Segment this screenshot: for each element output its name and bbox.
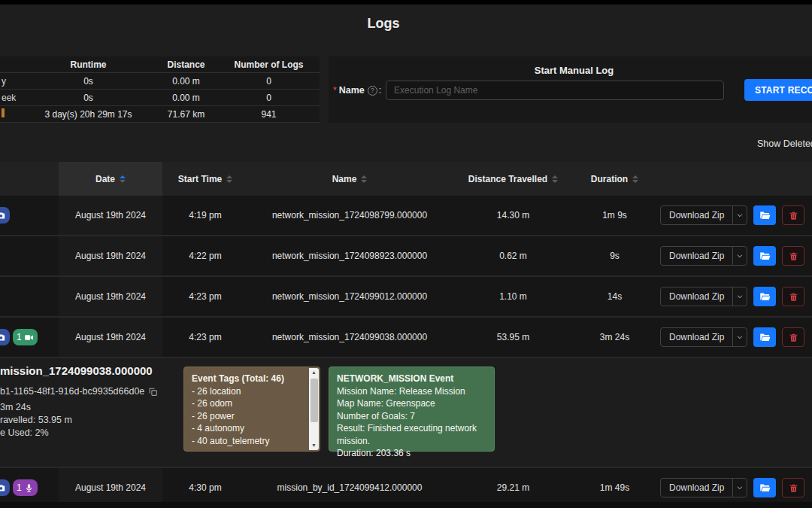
stats-row-total: 3 day(s) 20h 29m 17s 71.67 km 941 <box>0 106 320 123</box>
open-folder-button[interactable] <box>753 205 776 225</box>
open-folder-button[interactable] <box>753 287 776 306</box>
row-start-time: 4:19 pm <box>162 196 248 235</box>
stats-runtime: 0s <box>23 93 154 103</box>
header-start-time[interactable]: Start Time <box>162 162 248 196</box>
video-camera-icon <box>24 333 34 342</box>
download-options-chevron-icon[interactable] <box>732 328 747 346</box>
table-row[interactable]: August 19th 2024 4:19 pm network_mission… <box>0 196 812 236</box>
sort-icon-name[interactable] <box>361 175 367 183</box>
copy-icon[interactable] <box>148 387 158 397</box>
total-label-fragment <box>2 108 5 117</box>
network-mission-event-box: NETWORK_MISSION Event Mission Name: Rele… <box>329 367 495 452</box>
stats-header-row: Runtime Distance Number of Logs <box>0 56 320 73</box>
list-line: - 26 power <box>192 410 303 423</box>
row-distance: 0.62 m <box>451 236 575 275</box>
logs-page: Logs Runtime Distance Number of Logs y 0… <box>0 0 812 508</box>
header-name-label: Name <box>332 174 357 184</box>
download-zip-label[interactable]: Download Zip <box>661 479 732 497</box>
expanded-duration: 3m 24s <box>0 402 31 412</box>
bottom-strip <box>0 502 812 508</box>
trash-icon <box>789 211 798 221</box>
scrollbar-thumb[interactable] <box>311 379 318 422</box>
row-distance: 14.30 m <box>451 196 575 235</box>
scrollbar-up-icon[interactable]: ▲ <box>309 368 319 377</box>
stats-row-today: y 0s 0.00 m 0 <box>0 73 320 90</box>
top-strip <box>0 0 812 5</box>
download-zip-label[interactable]: Download Zip <box>661 328 732 346</box>
expanded-log-detail: mission_1724099038.000000 b1-1165-48f1-9… <box>0 358 812 468</box>
trash-icon <box>789 251 798 261</box>
download-zip-split-button[interactable]: Download Zip <box>660 246 747 266</box>
header-name[interactable]: Name <box>248 162 451 196</box>
row-date: August 19th 2024 <box>59 318 162 357</box>
delete-log-button[interactable] <box>782 205 804 225</box>
header-duration[interactable]: Duration <box>575 162 654 196</box>
list-line: Mission Name: Release Mission <box>337 385 486 398</box>
download-options-chevron-icon[interactable] <box>732 479 747 497</box>
download-zip-label[interactable]: Download Zip <box>661 287 732 306</box>
open-folder-button[interactable] <box>753 327 776 347</box>
mission-event-lines: Mission Name: Release MissionMap Name: G… <box>337 385 486 460</box>
download-options-chevron-icon[interactable] <box>732 287 747 306</box>
expanded-storage: e Used: 2% <box>0 427 49 438</box>
download-zip-label[interactable]: Download Zip <box>661 247 732 265</box>
header-distance[interactable]: Distance Travelled <box>451 162 575 196</box>
row-distance: 1.10 m <box>451 277 575 316</box>
row-actions: Download Zip <box>654 277 812 316</box>
delete-log-button[interactable] <box>782 246 804 266</box>
delete-log-button[interactable] <box>782 478 804 497</box>
download-options-chevron-icon[interactable] <box>732 247 747 265</box>
table-row[interactable]: August 19th 2024 4:22 pm network_mission… <box>0 236 812 277</box>
stats-label: eek <box>0 93 23 103</box>
folder-open-icon <box>759 210 771 221</box>
tagbox-scrollbar[interactable]: ▲ ▼ <box>309 368 319 450</box>
sort-icon-distance[interactable] <box>552 175 558 183</box>
camera-badge <box>0 479 10 496</box>
open-folder-button[interactable] <box>753 246 776 266</box>
header-icons <box>0 162 59 196</box>
download-zip-split-button[interactable]: Download Zip <box>660 478 747 497</box>
row-log-name: network_mission_1724098923.000000 <box>248 236 451 275</box>
folder-open-icon <box>759 251 771 262</box>
sort-icon-start-time[interactable] <box>226 175 232 183</box>
folder-open-icon <box>759 332 771 343</box>
help-icon[interactable]: ? <box>368 86 377 96</box>
download-zip-label[interactable]: Download Zip <box>661 206 732 224</box>
page-title: Logs <box>0 16 767 32</box>
stats-logs: 0 <box>218 76 320 87</box>
header-date[interactable]: Date <box>59 162 162 196</box>
expanded-log-uuid: b1-1165-48f1-916d-bc9935d66d0e <box>0 386 158 397</box>
show-deleted-logs-link[interactable]: Show Deleted Logs <box>757 138 812 149</box>
trash-icon <box>789 483 798 493</box>
expanded-log-name: mission_1724099038.000000 <box>0 364 153 377</box>
row-duration: 14s <box>575 277 654 316</box>
stats-header-logs: Number of Logs <box>218 59 320 70</box>
row-log-name: network_mission_1724098799.000000 <box>248 196 451 235</box>
download-zip-split-button[interactable]: Download Zip <box>660 205 747 225</box>
uuid-text: b1-1165-48f1-916d-bc9935d66d0e <box>0 386 144 397</box>
sort-icon-date[interactable] <box>120 175 126 183</box>
header-duration-label: Duration <box>591 174 628 184</box>
download-zip-split-button[interactable]: Download Zip <box>660 287 747 306</box>
header-actions <box>654 162 812 196</box>
table-row[interactable]: August 19th 2024 4:23 pm network_mission… <box>0 277 812 318</box>
open-folder-button[interactable] <box>753 478 776 497</box>
download-options-chevron-icon[interactable] <box>732 206 747 224</box>
row-start-time: 4:22 pm <box>162 236 248 275</box>
trash-icon <box>789 333 798 342</box>
trash-icon <box>789 292 798 302</box>
delete-log-button[interactable] <box>782 287 804 306</box>
start-recording-button[interactable]: START RECORDING <box>744 79 812 101</box>
list-line: Map Name: Greenspace <box>337 397 486 410</box>
stats-logs: 941 <box>218 109 320 120</box>
log-name-input[interactable] <box>386 81 724 100</box>
table-row[interactable]: 1 August 19th 2024 4:23 pm network_missi… <box>0 318 812 358</box>
list-line: - 26 odom <box>192 397 303 410</box>
scrollbar-down-icon[interactable]: ▼ <box>309 441 319 450</box>
row-media-badges <box>0 277 59 316</box>
download-zip-split-button[interactable]: Download Zip <box>660 327 747 347</box>
delete-log-button[interactable] <box>782 327 804 347</box>
sort-icon-duration[interactable] <box>632 175 638 183</box>
video-badge: 1 <box>13 329 38 345</box>
stats-distance: 0.00 m <box>154 93 218 103</box>
